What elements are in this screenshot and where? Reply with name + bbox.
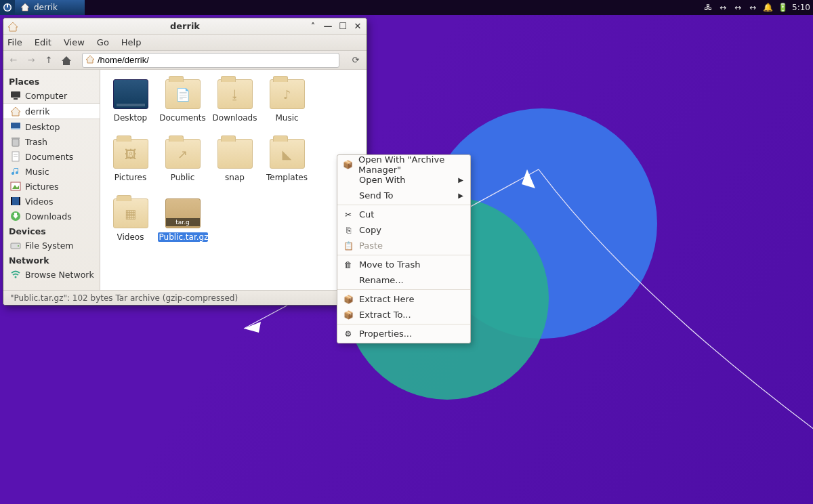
sidebar-section-network: Network [3,253,100,267]
context-menu-copy[interactable]: ⎘Copy [337,222,470,238]
file-label: Music [275,113,298,123]
context-menu-send-to[interactable]: Send To▶ [337,188,470,203]
network-icon[interactable]: 🖧 [703,3,713,12]
back-button[interactable]: ← [7,54,20,66]
context-menu-cut[interactable]: ✂Cut [337,207,470,222]
sidebar-item-browse-network[interactable]: Browse Network [3,267,100,282]
context-menu-properties[interactable]: ⚙Properties... [337,326,470,341]
menu-help[interactable]: Help [121,37,142,47]
sidebar-item-trash[interactable]: Trash [3,134,100,149]
forward-button[interactable]: → [25,54,37,66]
notification-icon[interactable]: 🔔 [762,3,773,12]
icon-view[interactable]: Desktop📄Documents⭳Downloads♪Music🖼Pictur… [100,70,367,290]
status-bar: "Public.tar.gz": 102 bytes Tar archive (… [3,290,367,305]
battery-icon[interactable]: 🔋 [777,3,788,12]
sidebar-item-derrik[interactable]: derrik [3,103,100,119]
file-label: snap [225,173,245,182]
svg-rect-23 [11,197,20,205]
menu-item-label: Copy [359,225,381,235]
home-icon [85,54,95,66]
file-documents[interactable]: 📄Documents [157,77,209,133]
svg-rect-17 [12,138,20,139]
minimize-button[interactable]: — [323,21,333,31]
home-button[interactable] [60,54,72,66]
drive-icon [10,240,21,251]
menu-view[interactable]: View [64,37,85,47]
menu-item-label: Properties... [359,329,412,339]
top-panel: derrik 🖧 ↔ ↔ ↔ 🔔 🔋 5:10 [0,0,813,15]
menu-go[interactable]: Go [97,37,109,47]
file-snap[interactable]: snap [209,136,261,193]
svg-rect-25 [19,197,20,205]
menu-item-icon: 📋 [343,240,354,251]
context-menu-move-to-trash[interactable]: 🗑Move to Trash [337,257,470,272]
file-templates[interactable]: ◣Templates [261,136,313,193]
clock[interactable]: 5:10 [792,3,810,12]
context-menu: 📦Open With "Archive Manager"Open With▶Se… [337,154,471,343]
tray-icon-2[interactable]: ↔ [732,3,743,12]
sidebar-item-videos[interactable]: Videos [3,194,100,209]
sidebar-item-music[interactable]: Music [3,164,100,179]
menu-item-icon: 📦 [343,310,354,320]
file-label: Videos [117,232,144,242]
svg-marker-9 [62,56,71,65]
folder-icon [217,139,253,169]
context-menu-open-with-archive-manager[interactable]: 📦Open With "Archive Manager" [337,156,470,172]
file-pictures[interactable]: 🖼Pictures [104,136,157,193]
wifi-icon [10,269,21,280]
window-titlebar[interactable]: derrik ˄ — ☐ ✕ [3,18,367,35]
taskbar-item-derrik[interactable]: derrik [15,0,85,15]
file-public-tar-gz[interactable]: Public.tar.gz [157,196,209,253]
context-menu-separator [337,324,470,324]
sidebar-item-label: Downloads [25,211,72,222]
menu-item-label: Extract Here [359,294,415,304]
sidebar-item-documents[interactable]: Documents [3,149,100,164]
menubar: File Edit View Go Help [3,35,367,51]
file-label: Public [171,173,195,182]
home-icon [10,106,21,117]
sidebar-item-computer[interactable]: Computer [3,88,100,103]
maximize-button[interactable]: ☐ [338,21,348,31]
sidebar-item-pictures[interactable]: Pictures [3,179,100,194]
sidebar-item-desktop[interactable]: Desktop [3,119,100,134]
sidebar-section-devices: Devices [3,224,100,238]
context-menu-extract-here[interactable]: 📦Extract Here [337,291,470,307]
tray-icon-3[interactable]: ↔ [747,3,758,12]
file-public[interactable]: ↗Public [157,136,209,193]
sidebar-section-places: Places [3,74,100,88]
context-menu-separator [337,289,470,290]
menu-item-icon [343,275,354,286]
file-label: Documents [159,113,205,123]
menu-item-label: Extract To... [359,310,411,320]
reload-button[interactable]: ⟳ [349,54,362,66]
path-input[interactable] [98,55,336,65]
close-button[interactable]: ✕ [353,21,362,31]
file-desktop[interactable]: Desktop [104,77,157,133]
menu-file[interactable]: File [7,37,22,47]
context-menu-extract-to[interactable]: 📦Extract To... [337,307,470,322]
menu-item-icon [343,190,354,201]
svg-point-29 [18,245,19,247]
menu-item-icon: 📦 [343,159,353,170]
menu-edit[interactable]: Edit [35,37,51,47]
folder-icon: ▦ [113,198,148,228]
sidebar-item-file-system[interactable]: File System [3,238,100,253]
file-downloads[interactable]: ⭳Downloads [209,77,261,133]
app-menu-button[interactable] [0,0,15,15]
folder-icon: 📄 [165,79,201,109]
context-menu-rename[interactable]: Rename... [337,272,470,288]
context-menu-separator [337,205,470,205]
sidebar-item-label: Music [25,167,49,177]
file-music[interactable]: ♪Music [261,77,313,133]
rollup-button[interactable]: ˄ [308,21,318,31]
sidebar-item-downloads[interactable]: Downloads [3,209,100,224]
up-button[interactable]: ↑ [43,54,55,66]
path-bar[interactable] [82,53,339,68]
tray-icon-1[interactable]: ↔ [717,3,728,12]
places-sidebar: Places ComputerderrikDesktopTrashDocumen… [3,70,100,290]
file-videos[interactable]: ▦Videos [104,196,157,253]
context-menu-open-with[interactable]: Open With▶ [337,172,470,188]
file-manager-window: derrik ˄ — ☐ ✕ File Edit View Go Help ← … [3,18,367,306]
monitor-icon [10,90,21,101]
desktop-icon [113,79,148,109]
